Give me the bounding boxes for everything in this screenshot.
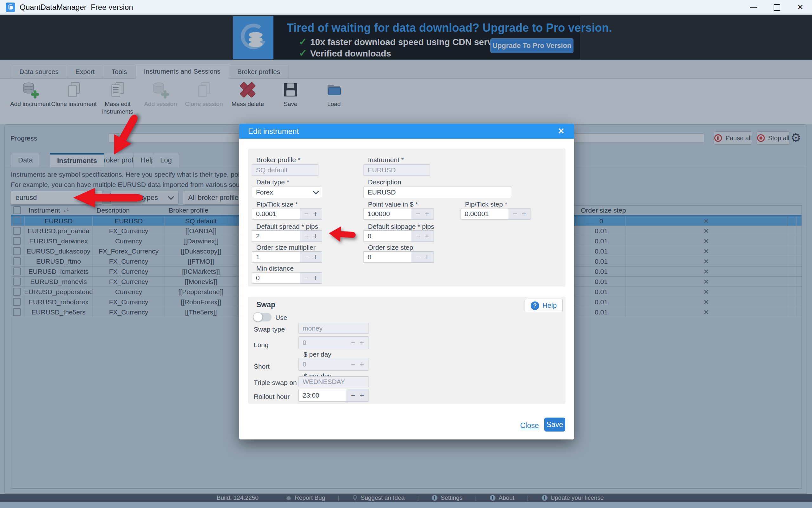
pip-tick-step-label: Pip/Tick step *	[465, 201, 507, 208]
order-size-multiplier-label: Order size multiplier	[256, 244, 316, 251]
plus-stepper[interactable]: +	[313, 231, 317, 241]
minimize-button[interactable]	[741, 0, 765, 14]
min-distance-label: Min distance	[256, 265, 294, 272]
maximize-icon	[774, 4, 780, 11]
data-type-select[interactable]: Forex	[252, 186, 322, 198]
minus-stepper: −	[351, 338, 355, 347]
minus-stepper[interactable]: −	[304, 273, 309, 283]
dialog-header: Edit instrument ✕	[239, 124, 574, 139]
window-title: QuantDataManager Free version	[20, 3, 133, 12]
title-bar: QuantDataManager Free version ✕	[0, 0, 812, 14]
instrument-label: Instrument *	[368, 156, 404, 164]
swap-short-field: 0 −+	[299, 358, 369, 371]
description-label: Description	[368, 178, 401, 186]
default-spread-label: Default spread * pips	[256, 223, 318, 230]
app-window: QuantDataManager Free version ✕ Tired of…	[0, 0, 812, 508]
dialog-close-link[interactable]: Close	[520, 421, 539, 430]
description-field[interactable]: EURUSD	[363, 186, 512, 198]
minus-stepper[interactable]: −	[304, 209, 309, 218]
triple-swap-field: WEDNESDAY	[299, 376, 369, 387]
swap-long-field: 0 −+	[299, 336, 369, 349]
point-value-label: Point value in $ *	[368, 201, 418, 208]
minus-stepper: −	[351, 360, 355, 369]
chevron-down-icon	[313, 188, 319, 195]
swap-long-label: Long	[254, 341, 269, 349]
pip-tick-size-label: Pip/Tick size *	[256, 201, 298, 208]
default-slippage-field[interactable]: 0 −+	[363, 230, 434, 242]
order-size-step-field[interactable]: 0 −+	[363, 251, 434, 263]
default-slippage-label: Default slippage * pips	[368, 223, 434, 230]
minimize-icon	[750, 7, 757, 8]
order-size-step-label: Order size step	[368, 244, 413, 251]
swap-panel: Swap ? Help Use Swap type money 0 −+ Lon…	[248, 297, 566, 404]
swap-heading: Swap	[256, 300, 275, 309]
plus-stepper[interactable]: +	[313, 209, 317, 218]
minus-stepper[interactable]: −	[416, 231, 420, 241]
maximize-button[interactable]	[765, 0, 788, 14]
pip-tick-size-field[interactable]: 0.0001 −+	[252, 208, 322, 220]
minus-stepper[interactable]: −	[304, 253, 309, 261]
data-type-label: Data type *	[256, 178, 289, 186]
triple-swap-label: Triple swap on	[254, 379, 297, 386]
broker-profile-label: Broker profile *	[256, 156, 300, 164]
plus-stepper[interactable]: +	[313, 253, 317, 261]
minus-stepper[interactable]: −	[416, 209, 420, 218]
annotation-arrow-default-spread	[328, 225, 357, 243]
plus-stepper[interactable]: +	[425, 253, 429, 261]
help-button[interactable]: ? Help	[525, 299, 563, 312]
instrument-fields-panel: Broker profile * SQ default Instrument *…	[248, 149, 566, 287]
long-unit-label: $ per day	[304, 351, 331, 358]
swap-type-field: money	[299, 323, 369, 334]
plus-stepper[interactable]: +	[522, 209, 526, 218]
plus-stepper: +	[360, 360, 364, 369]
default-spread-field[interactable]: 2 −+	[252, 230, 322, 242]
close-window-button[interactable]: ✕	[788, 0, 812, 14]
instrument-field: EURUSD	[363, 164, 430, 176]
question-icon: ?	[531, 301, 539, 310]
rollout-hour-label: Rollout hour	[254, 393, 289, 400]
dialog-title: Edit instrument	[248, 127, 299, 136]
swap-use-toggle[interactable]	[254, 313, 272, 322]
minus-stepper[interactable]: −	[513, 209, 517, 218]
rollout-hour-field[interactable]: 23:00 −+	[299, 389, 369, 402]
app-icon	[6, 3, 15, 12]
database-logo-icon	[7, 4, 14, 11]
toggle-knob	[253, 312, 263, 322]
minus-stepper[interactable]: −	[416, 253, 420, 261]
use-label: Use	[275, 314, 287, 322]
order-size-multiplier-field[interactable]: 1 −+	[252, 251, 322, 263]
broker-profile-field: SQ default	[252, 164, 318, 176]
point-value-field[interactable]: 100000 −+	[363, 208, 434, 220]
dialog-save-button[interactable]: Save	[544, 418, 565, 431]
swap-type-label: Swap type	[254, 326, 285, 333]
plus-stepper[interactable]: +	[313, 273, 317, 283]
dialog-close-icon[interactable]: ✕	[554, 124, 569, 139]
close-icon: ✕	[797, 0, 803, 14]
plus-stepper: +	[360, 338, 364, 347]
min-distance-field[interactable]: 0 −+	[252, 272, 322, 284]
plus-stepper[interactable]: +	[360, 391, 364, 400]
swap-short-label: Short	[254, 363, 270, 370]
annotation-arrow-search-box	[72, 187, 144, 208]
minus-stepper[interactable]: −	[351, 391, 355, 400]
minus-stepper[interactable]: −	[304, 231, 309, 241]
pip-tick-step-field[interactable]: 0.00001 −+	[460, 208, 531, 220]
plus-stepper[interactable]: +	[425, 209, 429, 218]
plus-stepper[interactable]: +	[425, 231, 429, 241]
edit-instrument-dialog: Edit instrument ✕ Broker profile * SQ de…	[239, 124, 574, 439]
